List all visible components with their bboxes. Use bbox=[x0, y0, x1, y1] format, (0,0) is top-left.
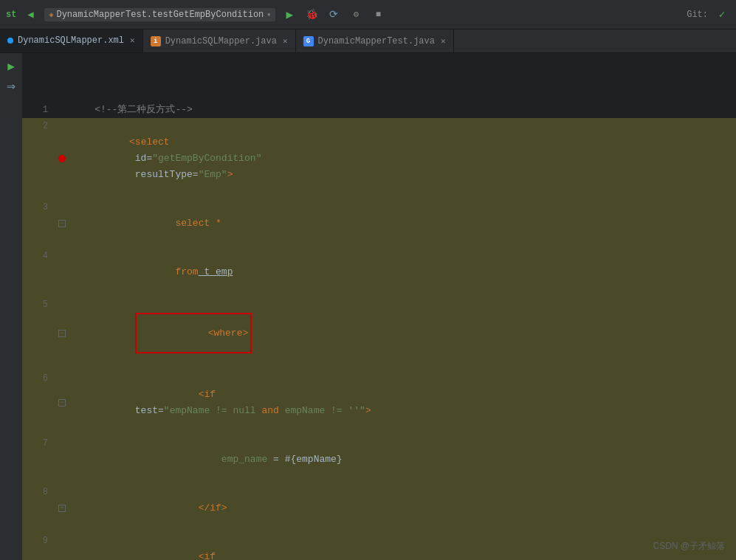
tab-xml-close[interactable]: ✕ bbox=[130, 35, 135, 45]
tab-test-close[interactable]: ✕ bbox=[441, 36, 446, 46]
code-editor[interactable]: 1 <!--第二种反方式--> 2 <select id="getEmpByCo… bbox=[22, 53, 736, 560]
editor-area: ▶ ⇒ 1 bbox=[0, 53, 736, 560]
sidebar-run-icon[interactable]: ▶ bbox=[4, 59, 18, 74]
line-from: 4 from t_emp bbox=[22, 248, 736, 297]
fold-marker-3[interactable]: − bbox=[58, 399, 66, 407]
stop-button[interactable]: ■ bbox=[370, 7, 386, 23]
debug-button[interactable]: 🐞 bbox=[303, 7, 320, 23]
tab-test[interactable]: G DynamicMapperTest.java ✕ bbox=[296, 30, 454, 52]
xml-indicator bbox=[7, 38, 13, 44]
check-icon: ✓ bbox=[719, 8, 725, 21]
settings-button[interactable]: ⚙ bbox=[348, 7, 364, 23]
line-empty-3 bbox=[22, 86, 736, 102]
java-indicator: i bbox=[151, 36, 161, 46]
run-config-label: DynamicMapperTest.testGetEmpByCondition bbox=[56, 10, 264, 20]
bug-icon: 🐞 bbox=[306, 8, 318, 21]
line-if1-close: 8 + </if> bbox=[22, 484, 736, 533]
line-select-star: 3 − select * bbox=[22, 199, 736, 248]
git-label: Git: bbox=[687, 10, 708, 20]
line-empty-2 bbox=[22, 69, 736, 86]
line-empname-val: 7 emp_name = #{empName} bbox=[22, 435, 736, 484]
fold-marker-4[interactable]: + bbox=[58, 505, 66, 512]
line-if1-open: 6 − <if test="empName != null and empNam… bbox=[22, 370, 736, 435]
git-check-button[interactable]: ✓ bbox=[714, 7, 730, 23]
toolbar: st ◀ ◈ DynamicMapperTest.testGetEmpByCon… bbox=[0, 0, 736, 30]
settings-icon: ⚙ bbox=[354, 9, 359, 20]
test-indicator: G bbox=[303, 36, 314, 46]
breakpoint-1 bbox=[58, 155, 66, 162]
play-button[interactable]: ▶ bbox=[281, 7, 298, 23]
tab-java[interactable]: i DynamicSQLMapper.java ✕ bbox=[143, 30, 296, 52]
tab-test-label: DynamicMapperTest.java bbox=[318, 36, 435, 46]
stop-icon: ■ bbox=[376, 10, 381, 20]
line-empty-1 bbox=[22, 53, 736, 69]
line-select-open: 2 <select id="getEmpByCondition" resultT… bbox=[22, 118, 736, 199]
reload-icon: ⟳ bbox=[329, 8, 338, 21]
watermark-text: CSDN @子矛鲸落 bbox=[653, 541, 725, 551]
dropdown-arrow-icon: ▾ bbox=[266, 10, 271, 19]
code-container: 1 <!--第二种反方式--> 2 <select id="getEmpByCo… bbox=[22, 53, 736, 560]
left-sidebar: ▶ ⇒ bbox=[0, 53, 22, 560]
fold-marker-2[interactable]: − bbox=[58, 330, 66, 337]
watermark: CSDN @子矛鲸落 bbox=[653, 540, 725, 553]
sidebar-arrow-icon[interactable]: ⇒ bbox=[4, 78, 18, 93]
line-comment: 1 <!--第二种反方式--> bbox=[22, 102, 736, 118]
reload-button[interactable]: ⟳ bbox=[326, 7, 342, 23]
run-config[interactable]: ◈ DynamicMapperTest.testGetEmpByConditio… bbox=[44, 8, 275, 21]
back-text: st bbox=[6, 10, 16, 20]
tab-java-close[interactable]: ✕ bbox=[283, 36, 288, 46]
line-if2-open: 9 − <if test="age != null and age != ''"… bbox=[22, 533, 736, 560]
back-button[interactable]: ◀ bbox=[22, 7, 38, 23]
tab-bar: DynamicSQLMapper.xml ✕ i DynamicSQLMappe… bbox=[0, 30, 736, 53]
tab-xml-label: DynamicSQLMapper.xml bbox=[18, 35, 124, 46]
line-where-open: 5 − <where> bbox=[22, 297, 736, 370]
fold-marker-1[interactable]: − bbox=[58, 220, 66, 227]
play-icon: ▶ bbox=[286, 7, 294, 22]
tab-xml[interactable]: DynamicSQLMapper.xml ✕ bbox=[0, 30, 143, 52]
tab-java-label: DynamicSQLMapper.java bbox=[165, 36, 277, 46]
